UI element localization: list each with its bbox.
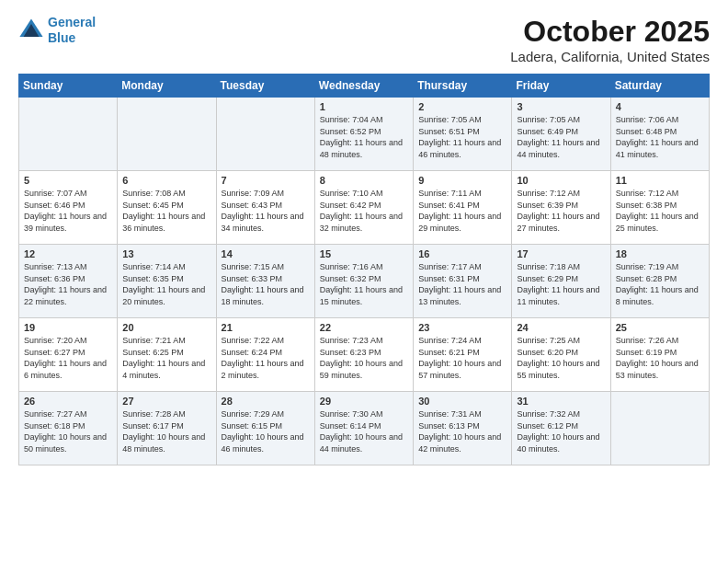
day-info: Sunrise: 7:13 AM Sunset: 6:36 PM Dayligh… <box>24 261 112 307</box>
calendar-cell <box>118 98 216 171</box>
logo: General Blue <box>18 15 96 46</box>
day-info: Sunrise: 7:27 AM Sunset: 6:18 PM Dayligh… <box>24 408 112 454</box>
day-info: Sunrise: 7:28 AM Sunset: 6:17 PM Dayligh… <box>122 408 210 454</box>
calendar-table: Sunday Monday Tuesday Wednesday Thursday… <box>18 74 710 465</box>
day-info: Sunrise: 7:07 AM Sunset: 6:46 PM Dayligh… <box>24 188 112 234</box>
day-info: Sunrise: 7:10 AM Sunset: 6:42 PM Dayligh… <box>320 188 408 234</box>
page-subtitle: Ladera, California, United States <box>510 49 710 64</box>
day-info: Sunrise: 7:31 AM Sunset: 6:13 PM Dayligh… <box>418 408 506 454</box>
col-saturday: Saturday <box>610 75 709 98</box>
day-number: 10 <box>517 175 605 186</box>
calendar-cell: 29Sunrise: 7:30 AM Sunset: 6:14 PM Dayli… <box>314 392 413 465</box>
day-info: Sunrise: 7:09 AM Sunset: 6:43 PM Dayligh… <box>222 188 310 234</box>
day-info: Sunrise: 7:23 AM Sunset: 6:23 PM Dayligh… <box>320 335 408 381</box>
calendar-cell: 22Sunrise: 7:23 AM Sunset: 6:23 PM Dayli… <box>314 318 413 392</box>
header-row: Sunday Monday Tuesday Wednesday Thursday… <box>19 75 710 98</box>
page-container: General Blue October 2025 Ladera, Califo… <box>0 0 728 475</box>
day-number: 26 <box>24 396 112 407</box>
day-info: Sunrise: 7:05 AM Sunset: 6:49 PM Dayligh… <box>517 114 605 160</box>
calendar-cell: 7Sunrise: 7:09 AM Sunset: 6:43 PM Daylig… <box>216 171 314 245</box>
day-info: Sunrise: 7:05 AM Sunset: 6:51 PM Dayligh… <box>418 114 506 160</box>
calendar-cell: 2Sunrise: 7:05 AM Sunset: 6:51 PM Daylig… <box>414 98 512 171</box>
day-info: Sunrise: 7:12 AM Sunset: 6:38 PM Dayligh… <box>616 188 704 234</box>
day-info: Sunrise: 7:18 AM Sunset: 6:29 PM Dayligh… <box>517 261 605 307</box>
day-number: 15 <box>320 248 408 259</box>
calendar-header: Sunday Monday Tuesday Wednesday Thursday… <box>19 75 710 98</box>
day-info: Sunrise: 7:25 AM Sunset: 6:20 PM Dayligh… <box>517 335 605 381</box>
logo-text: General Blue <box>48 15 96 46</box>
day-info: Sunrise: 7:29 AM Sunset: 6:15 PM Dayligh… <box>222 408 310 454</box>
day-number: 28 <box>222 396 310 407</box>
calendar-cell: 24Sunrise: 7:25 AM Sunset: 6:20 PM Dayli… <box>512 318 610 392</box>
calendar-cell: 5Sunrise: 7:07 AM Sunset: 6:46 PM Daylig… <box>19 171 118 245</box>
calendar-week-4: 19Sunrise: 7:20 AM Sunset: 6:27 PM Dayli… <box>19 318 710 392</box>
calendar-cell: 4Sunrise: 7:06 AM Sunset: 6:48 PM Daylig… <box>610 98 709 171</box>
day-info: Sunrise: 7:17 AM Sunset: 6:31 PM Dayligh… <box>418 261 506 307</box>
day-number: 9 <box>418 175 506 186</box>
day-info: Sunrise: 7:15 AM Sunset: 6:33 PM Dayligh… <box>222 261 310 307</box>
page-title: October 2025 <box>510 15 710 49</box>
day-number: 8 <box>320 175 408 186</box>
calendar-cell: 25Sunrise: 7:26 AM Sunset: 6:19 PM Dayli… <box>610 318 709 392</box>
day-info: Sunrise: 7:08 AM Sunset: 6:45 PM Dayligh… <box>122 188 210 234</box>
logo-icon <box>18 17 44 43</box>
day-number: 30 <box>418 396 506 407</box>
calendar-cell: 18Sunrise: 7:19 AM Sunset: 6:28 PM Dayli… <box>610 245 709 318</box>
day-info: Sunrise: 7:19 AM Sunset: 6:28 PM Dayligh… <box>616 261 704 307</box>
col-tuesday: Tuesday <box>216 75 314 98</box>
day-number: 3 <box>517 101 605 112</box>
calendar-cell <box>19 98 118 171</box>
calendar-cell: 11Sunrise: 7:12 AM Sunset: 6:38 PM Dayli… <box>610 171 709 245</box>
calendar-cell: 27Sunrise: 7:28 AM Sunset: 6:17 PM Dayli… <box>118 392 216 465</box>
calendar-cell: 17Sunrise: 7:18 AM Sunset: 6:29 PM Dayli… <box>512 245 610 318</box>
day-number: 29 <box>320 396 408 407</box>
day-number: 12 <box>24 248 112 259</box>
calendar-body: 1Sunrise: 7:04 AM Sunset: 6:52 PM Daylig… <box>19 98 710 465</box>
calendar-cell: 30Sunrise: 7:31 AM Sunset: 6:13 PM Dayli… <box>414 392 512 465</box>
calendar-cell: 10Sunrise: 7:12 AM Sunset: 6:39 PM Dayli… <box>512 171 610 245</box>
calendar-cell: 1Sunrise: 7:04 AM Sunset: 6:52 PM Daylig… <box>314 98 413 171</box>
col-monday: Monday <box>118 75 216 98</box>
day-info: Sunrise: 7:11 AM Sunset: 6:41 PM Dayligh… <box>418 188 506 234</box>
day-number: 14 <box>222 248 310 259</box>
day-number: 21 <box>222 322 310 333</box>
col-friday: Friday <box>512 75 610 98</box>
calendar-cell: 26Sunrise: 7:27 AM Sunset: 6:18 PM Dayli… <box>19 392 118 465</box>
col-sunday: Sunday <box>19 75 118 98</box>
day-info: Sunrise: 7:04 AM Sunset: 6:52 PM Dayligh… <box>320 114 408 160</box>
calendar-cell: 14Sunrise: 7:15 AM Sunset: 6:33 PM Dayli… <box>216 245 314 318</box>
day-info: Sunrise: 7:21 AM Sunset: 6:25 PM Dayligh… <box>122 335 210 381</box>
day-info: Sunrise: 7:30 AM Sunset: 6:14 PM Dayligh… <box>320 408 408 454</box>
day-info: Sunrise: 7:20 AM Sunset: 6:27 PM Dayligh… <box>24 335 112 381</box>
calendar-cell: 12Sunrise: 7:13 AM Sunset: 6:36 PM Dayli… <box>19 245 118 318</box>
calendar-cell: 15Sunrise: 7:16 AM Sunset: 6:32 PM Dayli… <box>314 245 413 318</box>
calendar-cell: 9Sunrise: 7:11 AM Sunset: 6:41 PM Daylig… <box>414 171 512 245</box>
day-number: 22 <box>320 322 408 333</box>
calendar-cell: 21Sunrise: 7:22 AM Sunset: 6:24 PM Dayli… <box>216 318 314 392</box>
day-number: 13 <box>122 248 210 259</box>
day-info: Sunrise: 7:32 AM Sunset: 6:12 PM Dayligh… <box>517 408 605 454</box>
day-number: 2 <box>418 101 506 112</box>
day-number: 1 <box>320 101 408 112</box>
day-info: Sunrise: 7:16 AM Sunset: 6:32 PM Dayligh… <box>320 261 408 307</box>
day-number: 23 <box>418 322 506 333</box>
logo-line2: Blue <box>48 30 75 45</box>
day-number: 27 <box>122 396 210 407</box>
day-number: 16 <box>418 248 506 259</box>
calendar-cell: 3Sunrise: 7:05 AM Sunset: 6:49 PM Daylig… <box>512 98 610 171</box>
calendar-week-5: 26Sunrise: 7:27 AM Sunset: 6:18 PM Dayli… <box>19 392 710 465</box>
day-number: 18 <box>616 248 704 259</box>
col-thursday: Thursday <box>414 75 512 98</box>
calendar-cell <box>216 98 314 171</box>
logo-line1: General <box>48 15 96 29</box>
day-number: 7 <box>222 175 310 186</box>
day-number: 4 <box>616 101 704 112</box>
day-info: Sunrise: 7:26 AM Sunset: 6:19 PM Dayligh… <box>616 335 704 381</box>
calendar-cell: 20Sunrise: 7:21 AM Sunset: 6:25 PM Dayli… <box>118 318 216 392</box>
title-block: October 2025 Ladera, California, United … <box>510 15 710 64</box>
day-number: 6 <box>122 175 210 186</box>
day-number: 25 <box>616 322 704 333</box>
calendar-cell: 23Sunrise: 7:24 AM Sunset: 6:21 PM Dayli… <box>414 318 512 392</box>
day-info: Sunrise: 7:06 AM Sunset: 6:48 PM Dayligh… <box>616 114 704 160</box>
calendar-cell: 31Sunrise: 7:32 AM Sunset: 6:12 PM Dayli… <box>512 392 610 465</box>
